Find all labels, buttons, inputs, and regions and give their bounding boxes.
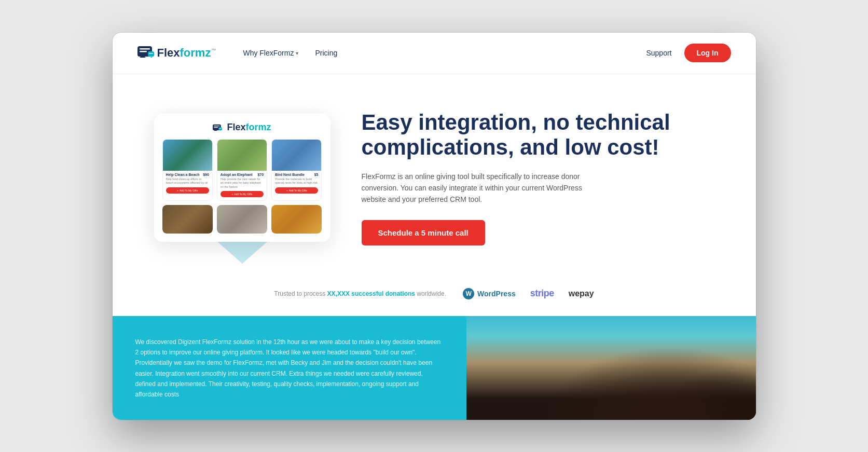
- product-image-elephant: [217, 140, 267, 171]
- svg-rect-4: [148, 51, 154, 57]
- product-title-bird: Bird Nest Bundle: [275, 173, 305, 176]
- wordpress-logo: W WordPress: [463, 288, 516, 299]
- product-title-beach: Help Clean a Beach: [166, 173, 200, 176]
- mockup-logo-icon: [213, 124, 222, 132]
- product-image-koala: [217, 205, 267, 234]
- product-mockup-card: Flexformz Help Clean a Beach $90 Help fu…: [154, 114, 330, 241]
- trust-bar: Trusted to process XX,XXX successful don…: [113, 271, 756, 308]
- wepay-logo: wepay: [569, 289, 594, 298]
- wordpress-label: WordPress: [477, 290, 516, 298]
- product-desc-beach: Help fund clean-up efforts in beach ecos…: [166, 177, 209, 185]
- product-image-sloth: [162, 205, 213, 234]
- product-info-beach: Help Clean a Beach $90 Help fund clean-u…: [163, 171, 212, 196]
- logo[interactable]: Flexformz™: [137, 46, 216, 60]
- svg-rect-11: [219, 127, 223, 130]
- product-price-bird: $5: [314, 173, 319, 176]
- nav-why-flexformz[interactable]: Why FlexFormz ▾: [237, 45, 305, 61]
- hero-content: Easy integration, no technical complicat…: [362, 110, 714, 245]
- product-image-lion: [271, 205, 322, 234]
- product-info-elephant: Adopt an Elephant $70 Help provide the c…: [217, 171, 267, 200]
- product-desc-elephant: Help provide the care needs for an entir…: [221, 177, 264, 188]
- login-button[interactable]: Log In: [684, 44, 731, 62]
- mockup-logo-formz: formz: [246, 122, 271, 132]
- product-card-beach: Help Clean a Beach $90 Help fund clean-u…: [162, 139, 213, 200]
- trust-logos: W WordPress stripe wepay: [463, 288, 594, 299]
- svg-rect-8: [214, 125, 220, 126]
- plus-icon: +: [177, 189, 178, 192]
- hero-section: Flexformz Help Clean a Beach $90 Help fu…: [113, 74, 756, 271]
- mockup-logo: Flexformz: [162, 122, 322, 133]
- svg-rect-12: [219, 128, 222, 129]
- nav-right: Support Log In: [646, 44, 731, 62]
- add-to-gifts-elephant[interactable]: + Add To My Gifts: [221, 191, 264, 197]
- testimonial-quote: We discovered Digizent FlexFormz solutio…: [135, 337, 444, 400]
- hero-headline: Easy integration, no technical complicat…: [362, 110, 714, 160]
- product-card-bird: Bird Nest Bundle $5 Provide the material…: [271, 139, 322, 200]
- testimonial-section: We discovered Digizent FlexFormz solutio…: [113, 316, 756, 420]
- product-card-elephant: Adopt an Elephant $70 Help provide the c…: [217, 139, 267, 200]
- product-image-beach: [163, 140, 212, 171]
- hero-body-text: FlexFormz is an online giving tool built…: [362, 171, 590, 206]
- trust-text: Trusted to process XX,XXX successful don…: [274, 290, 446, 297]
- nav-support[interactable]: Support: [646, 49, 671, 57]
- chevron-down-icon: ▾: [296, 50, 298, 56]
- svg-rect-1: [140, 48, 150, 50]
- testimonial-text-area: We discovered Digizent FlexFormz solutio…: [113, 316, 466, 420]
- svg-rect-9: [214, 127, 218, 127]
- product-price-beach: $90: [203, 173, 209, 176]
- product-grid-bottom: [162, 205, 322, 234]
- stripe-logo: stripe: [530, 288, 554, 299]
- svg-rect-5: [149, 53, 153, 54]
- plus-icon: +: [231, 193, 233, 196]
- trust-highlight: XX,XXX successful donations: [327, 290, 415, 297]
- mockup-logo-flex: Flex: [227, 122, 245, 132]
- browser-window: Flexformz™ Why FlexFormz ▾ Pricing Suppo…: [113, 33, 756, 420]
- product-price-elephant: $70: [257, 173, 264, 176]
- photo-overlay: [466, 316, 756, 420]
- plus-icon: +: [286, 189, 288, 192]
- logo-text: Flexformz™: [157, 46, 216, 60]
- product-grid-top: Help Clean a Beach $90 Help fund clean-u…: [162, 139, 322, 200]
- testimonial-photo-area: [466, 316, 756, 420]
- nav-pricing[interactable]: Pricing: [309, 45, 343, 61]
- svg-marker-13: [220, 130, 221, 130]
- logo-icon: [137, 46, 154, 60]
- add-to-gifts-beach[interactable]: + Add To My Gifts: [166, 187, 209, 194]
- product-image-bird: [272, 140, 321, 171]
- wordpress-icon: W: [463, 288, 474, 299]
- navigation: Flexformz™ Why FlexFormz ▾ Pricing Suppo…: [113, 33, 756, 74]
- cta-button[interactable]: Schedule a 5 minute call: [362, 220, 485, 245]
- svg-rect-2: [140, 51, 147, 52]
- svg-marker-6: [150, 57, 152, 58]
- hero-mockup: Flexformz Help Clean a Beach $90 Help fu…: [154, 114, 330, 241]
- product-title-elephant: Adopt an Elephant: [221, 173, 253, 176]
- product-desc-bird: Provide the materials to build special n…: [275, 177, 318, 185]
- arrow-indicator: [216, 241, 268, 264]
- add-to-gifts-bird[interactable]: + Add To My Gifts: [275, 187, 318, 194]
- nav-links: Why FlexFormz ▾ Pricing: [237, 45, 646, 61]
- product-info-bird: Bird Nest Bundle $5 Provide the material…: [272, 171, 321, 196]
